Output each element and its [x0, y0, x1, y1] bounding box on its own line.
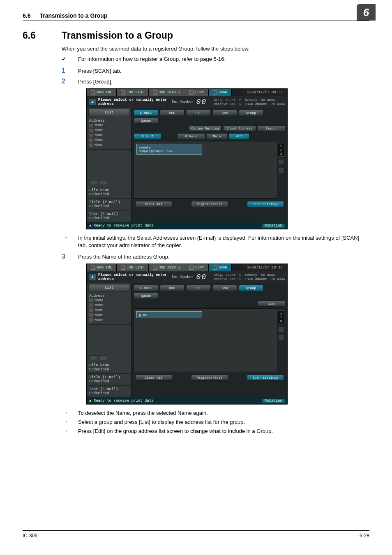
- screenshot-2: MACHINE JOB LIST HDD RECALL COPY SCAN 20…: [86, 264, 288, 405]
- title-email-value: Undecided: [89, 204, 129, 208]
- datetime: 2009/11/27 09:37: [243, 89, 287, 96]
- page-indicator: 1 / 1: [278, 310, 284, 324]
- section-number: 6.6: [23, 30, 36, 41]
- intro-text: When you send the scanned data to a regi…: [62, 45, 365, 53]
- dest-icon: [89, 298, 93, 302]
- status-text: ▲ Ready to receive print data: [89, 224, 154, 228]
- filename-value: Undecided: [89, 192, 129, 197]
- register-edit-button[interactable]: Register/Edit: [191, 375, 228, 381]
- datetime: 2009/11/27 10:17: [243, 264, 287, 271]
- step-3-num: 3: [62, 253, 78, 260]
- check-icon: ✔: [62, 56, 78, 62]
- step-1-text: Press [SCAN] tab.: [78, 67, 365, 74]
- type-hdd[interactable]: HDD: [160, 110, 184, 116]
- info-message: Please select or manually enter address: [98, 98, 172, 106]
- step-3-sub3: Press [Edit] on the group address list s…: [78, 428, 365, 435]
- type-queue[interactable]: Queue: [134, 118, 158, 124]
- type-hdd[interactable]: HDD: [160, 285, 184, 291]
- title-email-label: Title (E-mail): [89, 200, 129, 204]
- dest-icon: [89, 313, 93, 317]
- up-arrow-icon[interactable]: [89, 355, 97, 360]
- list-button[interactable]: List: [88, 109, 130, 116]
- step-2-num: 2: [62, 78, 78, 85]
- scroll-down-icon[interactable]: [278, 335, 284, 340]
- counters: Orig. Count 0 Memory 99.083% Reserve Job…: [211, 273, 285, 281]
- search-button[interactable]: Search: [258, 125, 286, 132]
- scroll-down-icon[interactable]: [278, 167, 284, 173]
- list-icon: [121, 266, 125, 270]
- all-button[interactable]: All: [229, 133, 249, 139]
- scan-icon: [213, 266, 217, 270]
- dest-icon: [89, 129, 93, 132]
- up-arrow-icon[interactable]: [89, 180, 97, 185]
- type-ftp[interactable]: FTP: [186, 285, 211, 291]
- down-arrow-icon[interactable]: [99, 355, 107, 360]
- step-2-text: Press [Group].: [78, 78, 365, 85]
- address-label: Address: [89, 119, 129, 123]
- tab-hdd-recall[interactable]: HDD RECALL: [149, 264, 185, 271]
- text-email-value: Undecided: [89, 391, 129, 395]
- clear-all-button[interactable]: Clear All: [135, 375, 172, 381]
- footer-left: IC-306: [23, 533, 37, 539]
- list-button[interactable]: List: [88, 284, 130, 291]
- tab-hdd-recall[interactable]: HDD RECALL: [149, 89, 185, 96]
- note-text: For information on how to register a Gro…: [78, 56, 226, 62]
- arrow-icon: →: [62, 419, 78, 426]
- rotation-badge: Rotation: [262, 224, 285, 228]
- dest-icon: [89, 308, 93, 312]
- atoz-button[interactable]: A to Z: [134, 133, 161, 139]
- title-email-value: Undecided: [89, 379, 129, 384]
- address-list: sample sample@sample.com 1 / 1: [134, 141, 277, 199]
- step-3-text: Press the Name of the address Group.: [78, 253, 365, 260]
- dest-icon: [89, 134, 93, 137]
- scroll-up-icon[interactable]: [278, 326, 284, 332]
- dest-icon: [89, 124, 93, 127]
- type-smb[interactable]: SMB: [212, 110, 237, 116]
- list-right-button[interactable]: List: [258, 301, 286, 307]
- input-address-button[interactable]: Input Address: [223, 125, 256, 132]
- section-heading: Transmission to a Group: [62, 30, 365, 41]
- machine-icon: [91, 90, 95, 95]
- type-group[interactable]: Group: [239, 285, 263, 291]
- step-2-sub: In the initial settings, the Select Addr…: [78, 234, 365, 249]
- tab-machine[interactable]: MACHINE: [87, 89, 117, 96]
- register-edit-button[interactable]: Register/Edit: [191, 201, 228, 207]
- screenshot-1: MACHINE JOB LIST HDD RECALL COPY SCAN 20…: [86, 88, 288, 229]
- type-ftp[interactable]: FTP: [186, 110, 211, 116]
- tab-scan[interactable]: SCAN: [209, 89, 232, 96]
- type-email[interactable]: E-mail: [134, 285, 158, 291]
- tab-scan[interactable]: SCAN: [209, 264, 232, 271]
- tab-copy[interactable]: COPY: [185, 89, 209, 96]
- chapter-badge: 6: [357, 4, 376, 21]
- filename-value: Undecided: [89, 368, 129, 372]
- others-button[interactable]: Others: [177, 133, 205, 139]
- scan-settings-button[interactable]: Scan Settings: [247, 201, 284, 207]
- hdd-icon: [153, 266, 157, 270]
- scroll-up-icon[interactable]: [278, 159, 284, 165]
- step-1-num: 1: [62, 67, 78, 74]
- type-email[interactable]: E-mail: [134, 110, 158, 116]
- group-card[interactable]: g-01: [136, 311, 202, 318]
- type-smb[interactable]: SMB: [212, 285, 237, 291]
- tab-copy[interactable]: COPY: [185, 264, 209, 271]
- tab-machine[interactable]: MACHINE: [87, 264, 117, 271]
- arrow-icon: →: [62, 234, 78, 249]
- down-arrow-icon[interactable]: [99, 180, 107, 185]
- dest-icon: [89, 139, 93, 142]
- scan-settings-button[interactable]: Scan Settings: [247, 375, 284, 381]
- group-list: g-01 1 / 1: [134, 308, 277, 372]
- info-icon: i: [89, 274, 96, 280]
- address-label: Address: [89, 294, 129, 298]
- option-setting-button[interactable]: Option Setting: [189, 125, 221, 132]
- type-queue[interactable]: Queue: [134, 293, 158, 299]
- tab-joblist[interactable]: JOB LIST: [117, 89, 149, 96]
- dest-icon: [89, 143, 93, 147]
- tab-joblist[interactable]: JOB LIST: [117, 264, 149, 271]
- status-text: ▲ Ready to receive print data: [89, 399, 154, 403]
- clear-all-button[interactable]: Clear All: [135, 201, 172, 207]
- address-card[interactable]: sample sample@sample.com: [136, 144, 202, 155]
- setnum-label: Set Number: [172, 275, 194, 279]
- setnum-value: 00: [196, 98, 207, 106]
- type-group[interactable]: Group: [239, 110, 263, 116]
- main-button[interactable]: Main: [207, 133, 227, 139]
